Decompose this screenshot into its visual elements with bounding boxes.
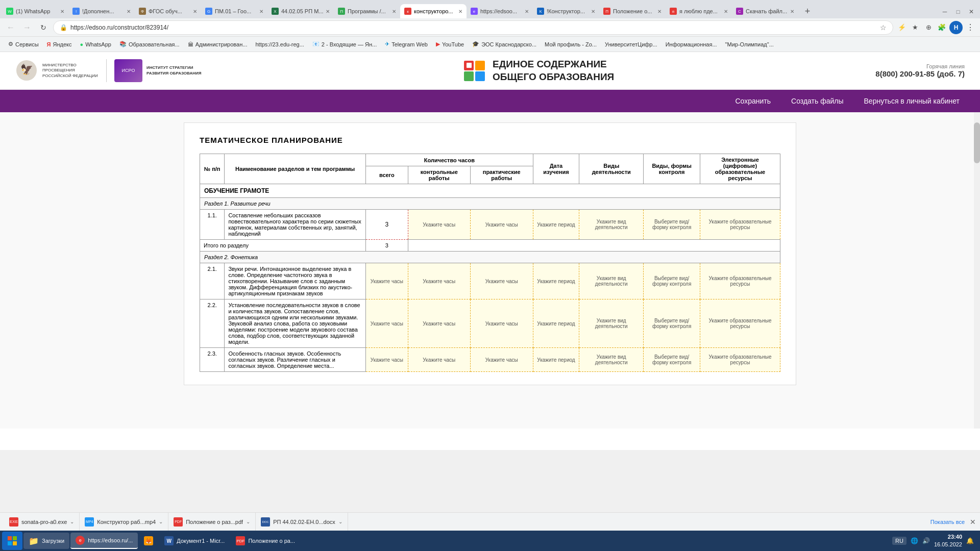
row-21-resources[interactable]: Укажите образовательные ресурсы xyxy=(700,263,780,299)
bookmark-inbox[interactable]: 📧 2 - Входящие — Ян... xyxy=(308,40,381,48)
row-23-practical[interactable]: Укажите часы xyxy=(470,348,533,372)
scrollbar-thumb[interactable] xyxy=(974,122,980,163)
tab-close-icon[interactable]: ✕ xyxy=(60,9,64,14)
forward-button[interactable]: → xyxy=(20,21,34,34)
row-resources-input[interactable]: Укажите образовательные ресурсы xyxy=(700,210,780,240)
download-item-3[interactable]: PDF Положение о раз...pdf ⌄ xyxy=(168,513,256,531)
row-date-input[interactable]: Укажите период xyxy=(533,210,579,240)
row-total-input[interactable]: 3 xyxy=(365,210,408,240)
reload-button[interactable]: ↻ xyxy=(37,21,50,34)
tab-close-icon-4[interactable]: ✕ xyxy=(259,9,263,14)
download-item-4[interactable]: DOC РП 44.02.02-ЕН.0...docx ⌄ xyxy=(256,513,348,531)
bookmark-obrazov[interactable]: 📚 Образовательная... xyxy=(115,40,184,48)
menu-button[interactable]: ⋮ xyxy=(965,22,976,33)
tab-10[interactable]: П Положение о... ✕ xyxy=(599,4,666,18)
url-bar[interactable]: 🔒 https://edsoo.ru/constructor/823914/ ☆ xyxy=(53,20,893,35)
download-2-chevron[interactable]: ⌄ xyxy=(159,519,163,524)
row-activity-input[interactable]: Укажите вид деятельности xyxy=(579,210,644,240)
back-to-cabinet-button[interactable]: Вернуться в личный кабинет xyxy=(864,97,960,105)
tab-close-icon-6[interactable]: ✕ xyxy=(392,9,396,14)
new-tab-button[interactable]: + xyxy=(800,4,815,18)
row-23-control[interactable]: Укажите часы xyxy=(408,348,470,372)
taskbar-item-browser[interactable]: e https://edsoo.ru/... xyxy=(70,533,138,549)
row-22-control-type[interactable]: Выберите вид/форму контроля xyxy=(644,299,700,348)
row-21-activity[interactable]: Укажите вид деятельности xyxy=(579,263,644,299)
profile-button[interactable]: H xyxy=(949,21,963,34)
taskbar-item-app3[interactable]: 🦊 xyxy=(139,533,158,549)
bookmark-yandex[interactable]: Я Яндекс xyxy=(43,40,76,48)
tab-close-icon-2[interactable]: ✕ xyxy=(127,9,131,14)
row-22-date[interactable]: Укажите период xyxy=(533,299,579,348)
download-item-2[interactable]: MP4 Конструктор раб...mp4 ⌄ xyxy=(80,513,168,531)
taskbar-item-word[interactable]: W Документ1 - Micr... xyxy=(159,533,230,549)
row-22-activity[interactable]: Укажите вид деятельности xyxy=(579,299,644,348)
row-23-resources[interactable]: Укажите образовательные ресурсы xyxy=(700,348,780,372)
total-value[interactable]: 3 xyxy=(365,240,408,252)
row-22-practical[interactable]: Укажите часы xyxy=(470,299,533,348)
start-button[interactable] xyxy=(2,532,22,550)
tab-active[interactable]: к конструкторо... ✕ xyxy=(400,4,467,18)
tab-2[interactable]: ! !Дополнен... ✕ xyxy=(68,4,135,18)
row-23-activity[interactable]: Укажите вид деятельности xyxy=(579,348,644,372)
download-1-chevron[interactable]: ⌄ xyxy=(70,519,74,524)
row-22-total[interactable]: Укажите часы xyxy=(365,299,408,348)
row-21-control-type[interactable]: Выберите вид/форму контроля xyxy=(644,263,700,299)
bookmark-olimp[interactable]: "Мир-Олимпиад"... xyxy=(721,40,778,48)
row-21-total[interactable]: Укажите часы xyxy=(365,263,408,299)
save-button[interactable]: Сохранить xyxy=(736,97,771,105)
tab-8[interactable]: е https://edsoo... ✕ xyxy=(467,4,533,18)
row-23-date[interactable]: Укажите период xyxy=(533,348,579,372)
row-23-total[interactable]: Укажите часы xyxy=(365,348,408,372)
row-21-control[interactable]: Укажите часы xyxy=(408,263,470,299)
window-close-button[interactable]: ✕ xyxy=(965,5,978,18)
tab-close-icon-3[interactable]: ✕ xyxy=(193,9,197,14)
bookmark-eos[interactable]: 🎓 ЭОС Краснодарско... xyxy=(468,40,541,48)
tab-11[interactable]: я я люблю пде... ✕ xyxy=(666,4,732,18)
bookmark-servisy[interactable]: ⚙ Сервисы xyxy=(4,40,43,48)
tab-close-icon-5[interactable]: ✕ xyxy=(326,9,330,14)
row-23-control-type[interactable]: Выберите вид/форму контроля xyxy=(644,348,700,372)
ext-icon-2[interactable]: ★ xyxy=(910,22,921,33)
tab-4[interactable]: G ПМ.01 – Гоо... ✕ xyxy=(201,4,267,18)
star-icon[interactable]: ☆ xyxy=(880,23,887,32)
notification-icon[interactable]: 🔔 xyxy=(966,537,974,544)
bookmark-univcifr[interactable]: УниверситетЦифр... xyxy=(601,40,662,48)
row-21-practical[interactable]: Укажите часы xyxy=(470,263,533,299)
tab-whatsapp[interactable]: W (1) WhatsApp ✕ xyxy=(2,4,68,18)
bookmark-admin[interactable]: 🏛 Администрирован... xyxy=(184,40,252,48)
show-all-button[interactable]: Показать все xyxy=(930,519,965,525)
tab-close-icon-11[interactable]: ✕ xyxy=(724,9,728,14)
download-4-chevron[interactable]: ⌄ xyxy=(338,519,342,524)
tab-12[interactable]: С Скачать файл... ✕ xyxy=(732,4,798,18)
scrollbar[interactable] xyxy=(974,112,980,429)
taskbar-lang[interactable]: RU xyxy=(892,537,906,545)
tab-6[interactable]: П Программы /... ✕ xyxy=(334,4,400,18)
download-3-chevron[interactable]: ⌄ xyxy=(246,519,250,524)
download-item-1[interactable]: EXE sonata-pro-a0.exe ⌄ xyxy=(4,513,80,531)
tab-3[interactable]: Ф ФГОС обуч... ✕ xyxy=(135,4,201,18)
bookmark-23edu[interactable]: https://23.edu-reg... xyxy=(251,40,308,48)
back-button[interactable]: ← xyxy=(4,21,17,34)
bookmark-profile[interactable]: Мой профиль - Zo... xyxy=(541,40,601,48)
ext-icon-3[interactable]: ⊕ xyxy=(923,22,934,33)
tab-close-icon-8[interactable]: ✕ xyxy=(525,9,529,14)
tab-5[interactable]: X 44.02.05 РП М... ✕ xyxy=(267,4,334,18)
download-bar-close[interactable]: ✕ xyxy=(970,518,976,526)
bookmark-info[interactable]: Информационная... xyxy=(662,40,721,48)
taskbar-item-doc[interactable]: PDF Положение о ра... xyxy=(231,533,300,549)
bookmark-whatsapp[interactable]: ● WhatsApp xyxy=(76,40,115,48)
tab-close-icon-9[interactable]: ✕ xyxy=(591,9,595,14)
volume-icon[interactable]: 🔊 xyxy=(922,537,930,544)
tab-close-icon-active[interactable]: ✕ xyxy=(458,9,462,14)
tab-close-icon-10[interactable]: ✕ xyxy=(657,9,662,14)
window-minimize-button[interactable]: ─ xyxy=(938,5,951,18)
row-practical-input[interactable]: Укажите часы xyxy=(470,210,533,240)
window-maximize-button[interactable]: □ xyxy=(951,5,965,18)
row-21-date[interactable]: Укажите период xyxy=(533,263,579,299)
row-22-resources[interactable]: Укажите образовательные ресурсы xyxy=(700,299,780,348)
create-files-button[interactable]: Создать файлы xyxy=(791,97,843,105)
row-22-control[interactable]: Укажите часы xyxy=(408,299,470,348)
tab-close-icon-12[interactable]: ✕ xyxy=(790,9,794,14)
tab-9[interactable]: К !Конструктор... ✕ xyxy=(533,4,599,18)
bookmark-telegram[interactable]: ✈ Telegram Web xyxy=(381,40,432,48)
